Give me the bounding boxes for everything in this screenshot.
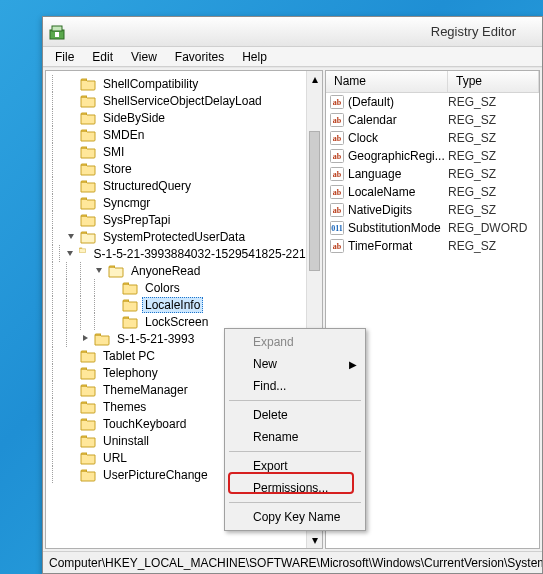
folder-icon bbox=[80, 434, 96, 448]
value-type: REG_SZ bbox=[448, 239, 496, 253]
expander-icon[interactable] bbox=[66, 163, 77, 174]
ctx-find[interactable]: Find... bbox=[227, 375, 363, 397]
scroll-down-button[interactable]: ▾ bbox=[307, 532, 322, 548]
expander-icon[interactable] bbox=[65, 248, 76, 259]
titlebar[interactable]: Registry Editor bbox=[43, 17, 542, 47]
tree-node[interactable]: SystemProtectedUserData bbox=[46, 228, 322, 245]
expander-icon[interactable] bbox=[66, 214, 77, 225]
expander-icon[interactable] bbox=[66, 367, 77, 378]
menu-file[interactable]: File bbox=[47, 48, 82, 66]
expander-icon[interactable] bbox=[94, 265, 105, 276]
tree-node-label: SystemProtectedUserData bbox=[100, 229, 248, 245]
tree-node[interactable]: Store bbox=[46, 160, 322, 177]
menubar: File Edit View Favorites Help bbox=[43, 47, 542, 67]
app-icon bbox=[49, 24, 65, 40]
expander-icon[interactable] bbox=[66, 231, 77, 242]
folder-icon bbox=[122, 298, 138, 312]
column-type[interactable]: Type bbox=[448, 71, 539, 92]
expander-icon[interactable] bbox=[80, 333, 91, 344]
menu-favorites[interactable]: Favorites bbox=[167, 48, 232, 66]
expander-icon[interactable] bbox=[66, 78, 77, 89]
svg-text:ab: ab bbox=[333, 134, 342, 143]
tree-node[interactable]: SideBySide bbox=[46, 109, 322, 126]
scroll-up-button[interactable]: ▴ bbox=[307, 71, 322, 87]
list-row[interactable]: abClockREG_SZ bbox=[326, 129, 539, 147]
list-row[interactable]: abCalendarREG_SZ bbox=[326, 111, 539, 129]
tree-node[interactable]: ShellCompatibility bbox=[46, 75, 322, 92]
tree-node[interactable]: StructuredQuery bbox=[46, 177, 322, 194]
tree-node-label: SideBySide bbox=[100, 110, 168, 126]
tree-node[interactable]: Syncmgr bbox=[46, 194, 322, 211]
submenu-arrow-icon: ▶ bbox=[349, 359, 357, 370]
expander-icon[interactable] bbox=[66, 418, 77, 429]
tree-node[interactable]: SysPrepTapi bbox=[46, 211, 322, 228]
tree-node-label: ThemeManager bbox=[100, 382, 191, 398]
expander-icon[interactable] bbox=[66, 435, 77, 446]
value-icon: ab bbox=[330, 113, 344, 127]
expander-icon[interactable] bbox=[66, 452, 77, 463]
tree-node[interactable]: SMDEn bbox=[46, 126, 322, 143]
list-row[interactable]: 011SubstitutionModeREG_DWORD bbox=[326, 219, 539, 237]
list-row[interactable]: abLocaleNameREG_SZ bbox=[326, 183, 539, 201]
folder-icon bbox=[80, 383, 96, 397]
svg-text:ab: ab bbox=[333, 188, 342, 197]
expander-icon[interactable] bbox=[108, 282, 119, 293]
expander-icon[interactable] bbox=[66, 384, 77, 395]
expander-icon[interactable] bbox=[66, 95, 77, 106]
list-row[interactable]: abGeographicRegi...REG_SZ bbox=[326, 147, 539, 165]
column-name[interactable]: Name bbox=[326, 71, 448, 92]
folder-icon bbox=[80, 366, 96, 380]
menu-edit[interactable]: Edit bbox=[84, 48, 121, 66]
list-row[interactable]: ab(Default)REG_SZ bbox=[326, 93, 539, 111]
tree-node[interactable]: LocaleInfo bbox=[46, 296, 322, 313]
value-icon: ab bbox=[330, 149, 344, 163]
menu-view[interactable]: View bbox=[123, 48, 165, 66]
value-icon: ab bbox=[330, 131, 344, 145]
folder-icon bbox=[80, 196, 96, 210]
value-type: REG_SZ bbox=[448, 131, 496, 145]
window-title: Registry Editor bbox=[431, 24, 536, 39]
ctx-rename[interactable]: Rename bbox=[227, 426, 363, 448]
folder-icon bbox=[79, 247, 86, 261]
separator bbox=[229, 502, 361, 503]
tree-node-label: ShellServiceObjectDelayLoad bbox=[100, 93, 265, 109]
ctx-delete[interactable]: Delete bbox=[227, 404, 363, 426]
context-menu: Expand New▶ Find... Delete Rename Export… bbox=[224, 328, 366, 531]
svg-text:ab: ab bbox=[333, 242, 342, 251]
expander-icon[interactable] bbox=[66, 180, 77, 191]
menu-help[interactable]: Help bbox=[234, 48, 275, 66]
expander-icon[interactable] bbox=[66, 469, 77, 480]
tree-node-label: Uninstall bbox=[100, 433, 152, 449]
svg-text:ab: ab bbox=[333, 170, 342, 179]
value-type: REG_SZ bbox=[448, 203, 496, 217]
ctx-export[interactable]: Export bbox=[227, 455, 363, 477]
expander-icon[interactable] bbox=[108, 299, 119, 310]
tree-node[interactable]: AnyoneRead bbox=[46, 262, 322, 279]
tree-node[interactable]: Colors bbox=[46, 279, 322, 296]
expander-icon[interactable] bbox=[66, 350, 77, 361]
expander-icon[interactable] bbox=[66, 112, 77, 123]
tree-node-label: S-1-5-21-3993884032-1529541825-22126 bbox=[90, 246, 322, 262]
ctx-expand[interactable]: Expand bbox=[227, 331, 363, 353]
list-row[interactable]: abNativeDigitsREG_SZ bbox=[326, 201, 539, 219]
expander-icon[interactable] bbox=[66, 401, 77, 412]
ctx-copy-key-name[interactable]: Copy Key Name bbox=[227, 506, 363, 528]
ctx-new[interactable]: New▶ bbox=[227, 353, 363, 375]
value-icon: ab bbox=[330, 239, 344, 253]
tree-node[interactable]: SMI bbox=[46, 143, 322, 160]
tree-node[interactable]: S-1-5-21-3993884032-1529541825-22126 bbox=[46, 245, 322, 262]
list-row[interactable]: abLanguageREG_SZ bbox=[326, 165, 539, 183]
value-name: GeographicRegi... bbox=[348, 149, 445, 163]
value-type: REG_DWORD bbox=[448, 221, 527, 235]
ctx-permissions[interactable]: Permissions... bbox=[227, 477, 363, 499]
value-name: NativeDigits bbox=[348, 203, 412, 217]
scroll-thumb[interactable] bbox=[309, 131, 320, 271]
expander-icon[interactable] bbox=[66, 146, 77, 157]
expander-icon[interactable] bbox=[108, 316, 119, 327]
value-name: SubstitutionMode bbox=[348, 221, 441, 235]
expander-icon[interactable] bbox=[66, 197, 77, 208]
list-row[interactable]: abTimeFormatREG_SZ bbox=[326, 237, 539, 255]
tree-node-label: Syncmgr bbox=[100, 195, 153, 211]
expander-icon[interactable] bbox=[66, 129, 77, 140]
tree-node[interactable]: ShellServiceObjectDelayLoad bbox=[46, 92, 322, 109]
